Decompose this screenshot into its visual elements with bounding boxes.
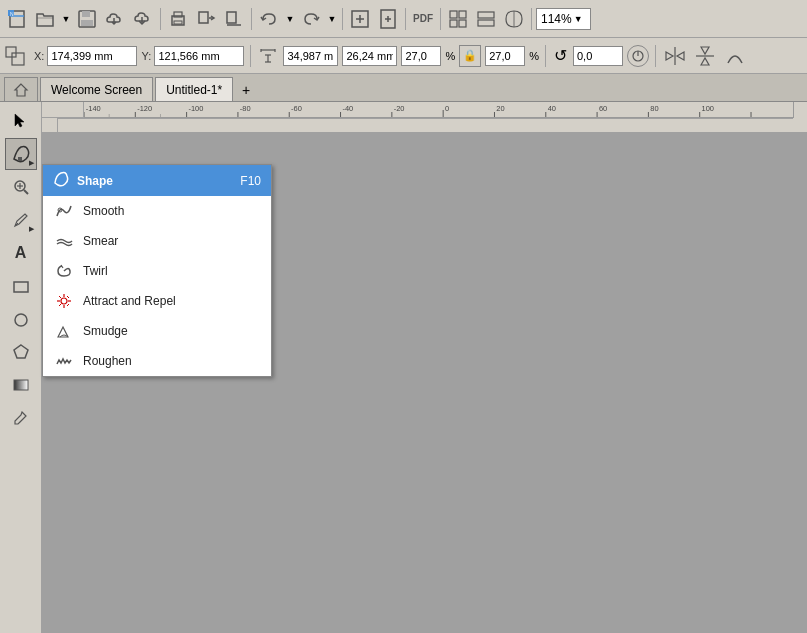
- twirl-tool-item[interactable]: Twirl: [43, 256, 271, 286]
- height-input[interactable]: [342, 46, 397, 66]
- redo-button[interactable]: [298, 6, 324, 32]
- rect-tool-button[interactable]: [5, 270, 37, 302]
- horizontal-ruler: -140 -120 -100 -80 -60 -40 -20 0: [84, 102, 793, 118]
- pencil-arrow-icon: ▶: [29, 225, 34, 233]
- roughen-label: Roughen: [83, 354, 132, 368]
- lock-ratio-button[interactable]: 🔒: [459, 45, 481, 67]
- svg-point-124: [61, 298, 67, 304]
- print-button[interactable]: [165, 6, 191, 32]
- welcome-tab-label: Welcome Screen: [51, 83, 142, 97]
- y-coord-group: Y:: [141, 46, 244, 66]
- svg-rect-26: [478, 12, 494, 18]
- open-arrow-button[interactable]: ▼: [60, 6, 72, 32]
- export-button[interactable]: [221, 6, 247, 32]
- separator-3: [342, 8, 343, 30]
- node-tool-button[interactable]: ▶: [5, 138, 37, 170]
- svg-text:-80: -80: [240, 104, 251, 113]
- text-tool-button[interactable]: A: [5, 237, 37, 269]
- separator-2: [251, 8, 252, 30]
- reset-rotate-button[interactable]: [627, 45, 649, 67]
- smooth-tool-item[interactable]: Smooth: [43, 196, 271, 226]
- svg-rect-25: [459, 20, 466, 27]
- scrollbar-left-corner: [42, 118, 58, 132]
- separator-coords-1: [250, 45, 251, 67]
- svg-text:-40: -40: [342, 104, 353, 113]
- svg-marker-44: [15, 84, 27, 96]
- zoom-fit-page-button[interactable]: [375, 6, 401, 32]
- attract-repel-tool-item[interactable]: Attract and Repel: [43, 286, 271, 316]
- undo-arrow[interactable]: ▼: [284, 6, 296, 32]
- dimensions-icon: [259, 44, 277, 66]
- zoom-tool-button[interactable]: [5, 171, 37, 203]
- dropper-tool-button[interactable]: [5, 402, 37, 434]
- svg-text:-120: -120: [137, 104, 152, 113]
- pencil-tool-button[interactable]: ▶: [5, 204, 37, 236]
- y-input[interactable]: [154, 46, 244, 66]
- horizontal-scrollbar[interactable]: [58, 118, 793, 132]
- roughen-tool-item[interactable]: Roughen: [43, 346, 271, 376]
- flip-h-button[interactable]: [662, 43, 688, 69]
- home-tab[interactable]: [4, 77, 38, 101]
- scale-x-input[interactable]: [401, 46, 441, 66]
- zoom-dropdown-arrow[interactable]: ▼: [574, 14, 583, 24]
- transform-button[interactable]: [722, 43, 748, 69]
- pdf-button[interactable]: PDF: [410, 6, 436, 32]
- scale-y-group: %: [485, 46, 539, 66]
- polygon-tool-button[interactable]: [5, 336, 37, 368]
- svg-rect-14: [227, 12, 236, 23]
- import-button[interactable]: [193, 6, 219, 32]
- ruler-row: -140 -120 -100 -80 -60 -40 -20 0: [42, 102, 807, 118]
- smear-tool-item[interactable]: Smear: [43, 226, 271, 256]
- pct-label: %: [445, 50, 455, 62]
- zoom-value[interactable]: 114%: [541, 12, 572, 26]
- separator-1: [160, 8, 161, 30]
- redo-arrow[interactable]: ▼: [326, 6, 338, 32]
- svg-text:-20: -20: [394, 104, 405, 113]
- svg-line-129: [59, 296, 61, 298]
- save-button[interactable]: [74, 6, 100, 32]
- view-mode-3-button[interactable]: [501, 6, 527, 32]
- svg-rect-28: [6, 47, 16, 57]
- svg-marker-39: [666, 52, 673, 60]
- untitled-tab-label: Untitled-1*: [166, 83, 222, 97]
- smudge-tool-item[interactable]: Smudge: [43, 316, 271, 346]
- rotate-icon: ↺: [554, 46, 567, 65]
- svg-text:-60: -60: [291, 104, 302, 113]
- cloud-download-button[interactable]: [130, 6, 156, 32]
- select-tool-button[interactable]: [5, 105, 37, 137]
- open-button[interactable]: [32, 6, 58, 32]
- gradient-tool-button[interactable]: [5, 369, 37, 401]
- svg-rect-29: [12, 53, 24, 65]
- dropdown-header[interactable]: Shape F10: [43, 165, 271, 196]
- smear-label: Smear: [83, 234, 118, 248]
- welcome-screen-tab[interactable]: Welcome Screen: [40, 77, 153, 101]
- new-document-button[interactable]: N: [4, 6, 30, 32]
- svg-rect-24: [450, 20, 457, 27]
- svg-marker-42: [701, 47, 709, 54]
- view-mode-2-button[interactable]: [473, 6, 499, 32]
- undo-button[interactable]: [256, 6, 282, 32]
- separator-4: [405, 8, 406, 30]
- smooth-icon: [53, 202, 75, 220]
- circle-tool-button[interactable]: [5, 303, 37, 335]
- cloud-save-button[interactable]: [102, 6, 128, 32]
- add-tab-button[interactable]: +: [235, 79, 257, 101]
- view-mode-1-button[interactable]: [445, 6, 471, 32]
- svg-marker-40: [677, 52, 684, 60]
- y-label: Y:: [141, 50, 151, 62]
- twirl-label: Twirl: [83, 264, 108, 278]
- x-input[interactable]: [47, 46, 137, 66]
- width-input[interactable]: [283, 46, 338, 66]
- untitled-tab[interactable]: Untitled-1*: [155, 77, 233, 101]
- attract-repel-icon: [53, 292, 75, 310]
- scale-y-input[interactable]: [485, 46, 525, 66]
- ruler-corner: [42, 102, 84, 118]
- svg-rect-11: [174, 21, 182, 24]
- scale-group: %: [401, 46, 455, 66]
- zoom-to-fit-button[interactable]: [347, 6, 373, 32]
- w-coord-group: [283, 46, 338, 66]
- flip-v-button[interactable]: [692, 43, 718, 69]
- svg-text:-100: -100: [188, 104, 203, 113]
- dropdown-shortcut: F10: [240, 174, 261, 188]
- rotate-input[interactable]: [573, 46, 623, 66]
